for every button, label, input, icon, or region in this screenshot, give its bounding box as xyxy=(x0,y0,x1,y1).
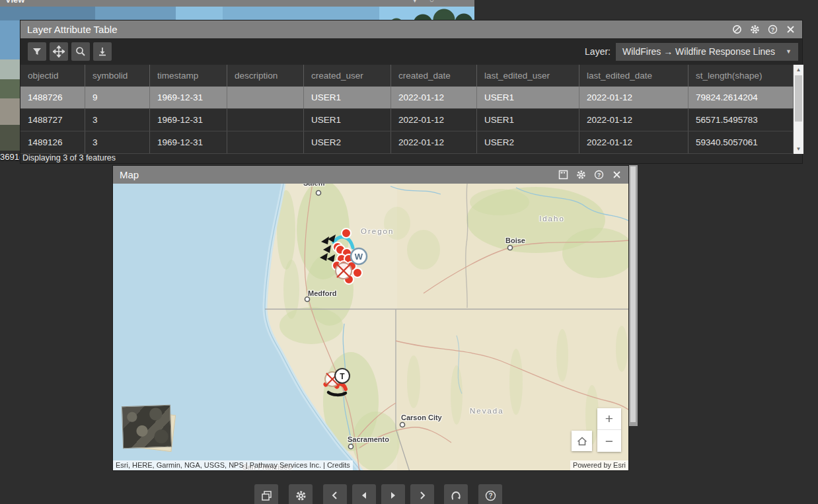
cell-created-date: 2022-01-12 xyxy=(391,131,477,153)
column-header[interactable]: created_user xyxy=(304,65,391,87)
settings-button[interactable] xyxy=(289,484,313,504)
map-title: Map xyxy=(120,169,139,180)
map-label-carson-city: Carson City xyxy=(401,414,442,421)
table-row[interactable]: 1489126 3 1969-12-31 USER2 2022-01-12 US… xyxy=(20,131,794,154)
cell-description xyxy=(227,131,304,153)
street-photo-edge xyxy=(0,20,20,151)
map-attribution: Esri, HERE, Garmin, NGA, USGS, NPS | Pat… xyxy=(113,460,353,470)
close-icon[interactable] xyxy=(612,170,622,180)
cell-last-edited-date: 2022-01-12 xyxy=(579,87,688,108)
scroll-up-icon[interactable]: ▲ xyxy=(794,67,803,73)
cascade-windows-button[interactable] xyxy=(254,484,278,504)
zoom-to-selection-button[interactable] xyxy=(71,42,90,61)
home-button[interactable] xyxy=(572,431,592,451)
column-header[interactable]: description xyxy=(227,65,304,87)
cell-st-length: 56571.5495783 xyxy=(688,109,794,131)
cell-timestamp: 1969-12-31 xyxy=(150,109,227,131)
dock-window-icon[interactable] xyxy=(558,170,568,180)
cell-timestamp: 1969-12-31 xyxy=(150,131,227,153)
scrollbar-thumb[interactable] xyxy=(630,166,636,422)
map-label-sacramento: Sacramento xyxy=(348,435,389,443)
cell-st-length: 79824.2614204 xyxy=(688,87,794,108)
table-row[interactable]: 1488726 9 1969-12-31 USER1 2022-01-12 US… xyxy=(20,87,794,109)
help-icon[interactable]: ? xyxy=(594,170,604,180)
previous-button[interactable] xyxy=(323,484,347,504)
cell-created-user: USER1 xyxy=(304,109,391,131)
zoom-in-button[interactable]: + xyxy=(597,408,621,430)
layer-label: Layer: xyxy=(585,46,611,57)
map-label-boise: Boise xyxy=(505,236,525,244)
map-label-salem: Salem xyxy=(303,184,324,187)
cell-created-date: 2022-01-12 xyxy=(391,109,477,131)
gear-icon[interactable] xyxy=(576,170,586,180)
cell-timestamp: 1969-12-31 xyxy=(150,87,227,108)
photo-window-titlebar: View ▾ ○ xyxy=(0,0,474,7)
cell-symbolid: 3 xyxy=(85,131,150,153)
cell-symbolid: 9 xyxy=(85,87,150,108)
map-titlebar[interactable]: Map ? xyxy=(113,166,628,184)
map-canvas[interactable]: W T xyxy=(113,184,628,470)
zoom-out-button[interactable]: − xyxy=(597,430,621,452)
street-photo xyxy=(0,7,474,20)
map-label-oregon: Oregon xyxy=(361,227,394,235)
column-header[interactable]: timestamp xyxy=(150,65,227,87)
map-label-idaho: Idaho xyxy=(539,215,565,223)
circle-slash-icon[interactable] xyxy=(732,24,742,34)
svg-text:?: ? xyxy=(597,172,601,178)
download-button[interactable] xyxy=(93,42,112,61)
help-icon[interactable]: ? xyxy=(768,24,778,34)
cell-objectid: 1488726 xyxy=(20,87,85,108)
cell-created-user: USER1 xyxy=(304,87,391,108)
cell-st-length: 59340.5057061 xyxy=(688,131,794,153)
incident-x-marker[interactable] xyxy=(336,263,352,279)
attribution-text[interactable]: Esri, HERE, Garmin, NGA, USGS, NPS | Pat… xyxy=(116,461,350,469)
attribute-table-toolbar: Layer: WildFires → Wildfire Response Lin… xyxy=(20,38,802,65)
cell-last-edited-date: 2022-01-12 xyxy=(579,109,688,131)
w-station-marker[interactable]: W xyxy=(351,248,367,264)
filter-button[interactable] xyxy=(28,42,46,61)
cell-description xyxy=(227,109,304,131)
cell-last-edited-user: USER1 xyxy=(477,109,579,131)
close-icon[interactable] xyxy=(786,24,796,34)
column-header[interactable]: created_date xyxy=(391,65,477,87)
cell-created-date: 2022-01-12 xyxy=(391,87,477,108)
table-scrollbar[interactable]: ▲ ▼ xyxy=(794,65,803,154)
panel-scrollbar[interactable] xyxy=(629,165,638,426)
scrollbar-thumb[interactable] xyxy=(795,75,802,122)
cell-symbolid: 3 xyxy=(85,109,150,131)
zoom-controls: + − xyxy=(597,408,621,452)
attribute-table-titlebar[interactable]: Layer Attribute Table ? xyxy=(20,20,802,38)
powered-by-esri[interactable]: Powered by Esri xyxy=(570,460,628,470)
help-button[interactable]: ? xyxy=(478,484,502,504)
column-header[interactable]: st_length(shape) xyxy=(688,65,794,87)
cell-created-user: USER2 xyxy=(304,131,391,153)
step-forward-button[interactable] xyxy=(381,484,405,504)
layer-dropdown[interactable]: WildFires → Wildfire Response Lines ▼ xyxy=(616,43,798,61)
svg-text:?: ? xyxy=(771,26,774,33)
column-header[interactable]: last_edited_date xyxy=(579,65,688,87)
map-panel: Map ? xyxy=(112,165,629,471)
undo-button[interactable] xyxy=(444,484,468,504)
cell-description xyxy=(227,87,304,108)
pan-button[interactable] xyxy=(50,42,68,61)
chevron-down-icon: ▼ xyxy=(786,48,792,55)
inset-satellite-thumbnail xyxy=(122,405,172,449)
scroll-down-icon[interactable]: ▼ xyxy=(794,146,803,152)
photo-toolbar-icon-1[interactable]: ▾ xyxy=(413,0,417,5)
photo-toolbar-icon-2[interactable]: ○ xyxy=(429,0,434,4)
feature-count-status: Displaying 3 of 3 features xyxy=(22,153,116,162)
map-label-nevada: Nevada xyxy=(470,407,504,415)
table-row[interactable]: 1488727 3 1969-12-31 USER1 2022-01-12 US… xyxy=(20,109,794,131)
column-header[interactable]: objectid xyxy=(20,65,85,87)
column-header[interactable]: last_edited_user xyxy=(477,65,579,87)
cell-last-edited-date: 2022-01-12 xyxy=(579,131,688,153)
overview-map-inset[interactable] xyxy=(122,406,179,453)
photo-partial-label: 3691( xyxy=(0,152,22,162)
app-screen: View ▾ ○ 3691( Layer Attribute Table ? xyxy=(0,0,818,504)
gear-icon[interactable] xyxy=(750,24,760,34)
next-button[interactable] xyxy=(410,484,434,504)
cell-objectid: 1488727 xyxy=(20,109,85,131)
column-header[interactable]: symbolid xyxy=(85,65,150,87)
step-back-button[interactable] xyxy=(352,484,376,504)
map-label-medford: Medford xyxy=(308,289,336,297)
